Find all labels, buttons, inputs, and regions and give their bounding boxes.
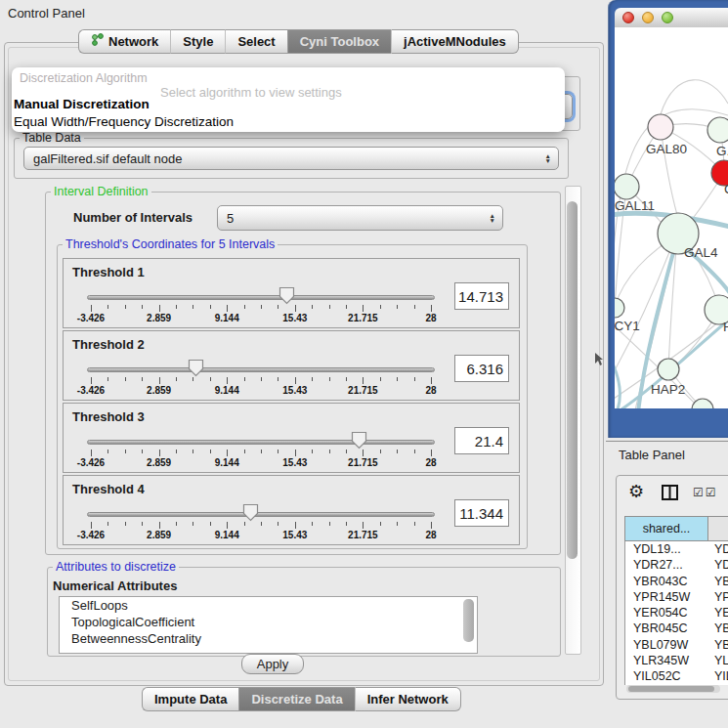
tick-mark <box>227 522 228 529</box>
tick-label: 21.715 <box>348 385 378 396</box>
tick-label: 9.144 <box>215 457 239 468</box>
threshold-2-label: Threshold 2 <box>72 337 145 352</box>
table-hscrollbar-track[interactable] <box>626 685 720 693</box>
tab-jactivemnodules[interactable]: jActiveMNodules <box>391 29 519 54</box>
threshold-3-slider-track[interactable] <box>87 440 435 445</box>
tab-label: Select <box>237 30 275 53</box>
close-traffic-light-icon[interactable] <box>622 12 634 23</box>
table-row[interactable]: YIL052CYIL0 <box>625 668 728 684</box>
attributes-group-title: Attributes to discretize <box>53 560 179 574</box>
tick-mark <box>312 450 313 453</box>
table-row[interactable]: YBL079WYBL0 <box>625 637 728 653</box>
threshold-3-value-field[interactable]: 21.4 <box>454 427 509 454</box>
table-panel: ⚙ ☑☑ shared... n YDL19...YDL1YDR27...YDR… <box>616 475 728 700</box>
tick-mark <box>261 522 262 526</box>
threshold-2-slider-track[interactable] <box>87 367 435 372</box>
tick-mark <box>244 377 245 381</box>
network-node[interactable] <box>707 117 728 143</box>
column-header-name[interactable]: n <box>707 516 728 541</box>
table-row[interactable]: YLR345WYLR3 <box>625 653 728 668</box>
tick-mark <box>278 450 278 453</box>
list-scrollbar-thumb[interactable] <box>463 599 474 642</box>
numerical-attributes-label: Numerical Attributes <box>53 578 177 593</box>
table-data-combo[interactable]: galFiltered.sif default node ▲▼ <box>23 147 559 170</box>
network-node[interactable] <box>615 298 624 318</box>
table-panel-title: Table Panel <box>619 448 685 462</box>
threshold-1-slider-thumb[interactable] <box>278 286 295 305</box>
tick-label: 28 <box>425 530 436 540</box>
column-layout-icon[interactable] <box>662 485 678 500</box>
attribute-item-topologicalcoefficient[interactable]: TopologicalCoefficient <box>60 614 477 630</box>
threshold-2-value-field[interactable]: 6.316 <box>454 355 509 382</box>
cell-shared-name: YDR27... <box>625 557 708 573</box>
attribute-item-selfloops[interactable]: SelfLoops <box>60 597 477 614</box>
threshold-3-slider-thumb[interactable] <box>351 431 367 450</box>
number-of-intervals-combo[interactable]: 5 ▲▼ <box>217 205 503 231</box>
cell-shared-name: YBR043C <box>625 574 708 589</box>
attribute-item-betweennesscentrality[interactable]: BetweennessCentrality <box>60 630 477 647</box>
tick-mark <box>329 522 330 526</box>
table-row[interactable]: YDL19...YDL1 <box>625 541 728 557</box>
network-node[interactable] <box>648 114 673 140</box>
table-row[interactable]: YPR145WYPR1 <box>625 589 728 605</box>
table-data-value: galFiltered.sif default node <box>33 151 182 166</box>
tick-mark <box>142 522 143 526</box>
minimize-traffic-light-icon[interactable] <box>642 12 654 23</box>
threshold-2-slider-thumb[interactable] <box>188 359 204 377</box>
tick-mark <box>380 522 381 526</box>
option-manual-discretization[interactable]: Manual Discretization <box>14 97 150 111</box>
gear-icon[interactable]: ⚙ <box>628 481 644 502</box>
tick-mark <box>261 377 262 381</box>
table-row[interactable]: YBR045CYBR0 <box>625 621 728 636</box>
tick-mark <box>142 305 143 309</box>
zoom-traffic-light-icon[interactable] <box>662 12 673 23</box>
tick-label: 21.715 <box>348 530 378 540</box>
tab-discretize-data[interactable]: Discretize Data <box>238 687 354 711</box>
tab-style[interactable]: Style <box>170 29 225 54</box>
tick-mark <box>261 450 262 453</box>
tick-label: 28 <box>425 385 436 396</box>
tick-mark <box>431 522 432 529</box>
interval-definition-title: Interval Definition <box>51 185 151 198</box>
threshold-4-panel: Threshold 4-3.4262.8599.14415.4321.71528… <box>63 475 520 545</box>
table-row[interactable]: YBR043CYBR0 <box>625 574 728 589</box>
panel-scrollbar-thumb[interactable] <box>567 201 578 559</box>
node-label-gal11: GAL11 <box>615 198 655 213</box>
tab-label: Cyni Toolbox <box>300 30 379 53</box>
bottom-tab-bar: Impute DataDiscretize DataInfer Network <box>142 687 461 711</box>
node-label-c: C <box>724 182 728 196</box>
network-node[interactable] <box>615 174 639 199</box>
option-equal-width-frequency[interactable]: Equal Width/Frequency Discretization <box>14 114 234 129</box>
tab-select[interactable]: Select <box>225 29 286 54</box>
apply-button[interactable]: Apply <box>241 654 304 674</box>
tab-network[interactable]: Network <box>78 29 170 54</box>
tab-label: Discretize Data <box>251 688 342 710</box>
tick-label: -3.426 <box>77 385 105 396</box>
tab-cyni-toolbox[interactable]: Cyni Toolbox <box>287 29 391 54</box>
table-hscrollbar-thumb[interactable] <box>628 686 714 692</box>
network-window-titlebar[interactable] <box>615 8 728 28</box>
table-row[interactable]: YDR27...YDR2 <box>625 557 728 573</box>
checkbox-icons[interactable]: ☑☑ <box>693 486 718 499</box>
table-row[interactable]: YER054CYER0 <box>625 605 728 621</box>
tab-infer-network[interactable]: Infer Network <box>355 687 461 711</box>
threshold-4-slider-thumb[interactable] <box>242 503 259 522</box>
threshold-1-value-field[interactable]: 14.713 <box>454 282 509 310</box>
threshold-4-value-field[interactable]: 11.344 <box>454 499 509 527</box>
tick-mark <box>431 377 432 384</box>
threshold-1-slider-track[interactable] <box>87 295 435 300</box>
network-node[interactable] <box>658 359 679 380</box>
tab-impute-data[interactable]: Impute Data <box>142 687 238 711</box>
tick-label: 2.859 <box>147 385 171 396</box>
column-header-shared[interactable]: shared... <box>624 516 708 541</box>
screen: Control Panel ✕ NetworkStyleSelectCyni T… <box>0 0 728 728</box>
network-canvas[interactable]: GAL80G.CGAL11GAL4HGCY1HAP2 <box>615 27 728 408</box>
threshold-4-slider-track[interactable] <box>87 512 435 517</box>
stepper-arrows-icon: ▲▼ <box>545 153 551 163</box>
tick-mark <box>312 377 313 381</box>
node-table[interactable]: YDL19...YDL1YDR27...YDR2YBR043CYBR0YPR14… <box>624 541 728 685</box>
tick-mark <box>159 377 160 384</box>
numerical-attributes-list[interactable]: SelfLoopsTopologicalCoefficientBetweenne… <box>59 596 478 654</box>
tick-mark <box>227 450 228 456</box>
top-tab-bar: NetworkStyleSelectCyni ToolboxjActiveMNo… <box>78 29 519 54</box>
